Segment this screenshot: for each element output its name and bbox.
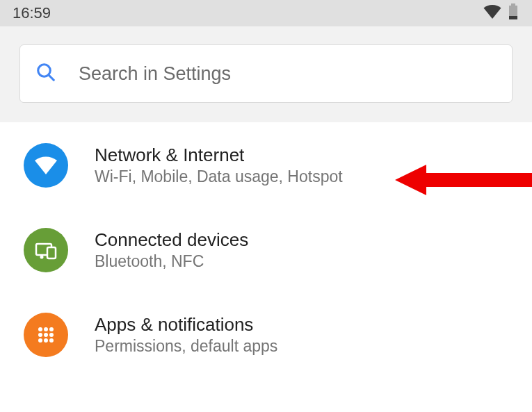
status-time: 16:59 <box>13 4 51 22</box>
settings-item-subtitle: Wi-Fi, Mobile, Data usage, Hotspot <box>95 167 511 186</box>
search-section: Search in Settings <box>0 26 532 122</box>
wifi-signal-icon <box>483 5 501 22</box>
settings-item-text: Network & Internet Wi-Fi, Mobile, Data u… <box>95 145 511 186</box>
status-icons <box>483 3 518 23</box>
settings-item-title: Connected devices <box>95 229 511 251</box>
svg-point-13 <box>49 333 54 337</box>
svg-point-10 <box>49 327 54 331</box>
svg-point-9 <box>44 327 48 331</box>
search-placeholder: Search in Settings <box>79 63 231 85</box>
battery-icon <box>508 3 518 23</box>
search-icon <box>35 62 56 85</box>
svg-point-14 <box>38 338 42 343</box>
svg-line-4 <box>49 75 54 81</box>
settings-item-network[interactable]: Network & Internet Wi-Fi, Mobile, Data u… <box>0 122 532 207</box>
settings-item-text: Connected devices Bluetooth, NFC <box>95 229 511 271</box>
devices-icon <box>24 228 68 272</box>
settings-item-apps[interactable]: Apps & notifications Permissions, defaul… <box>0 292 532 377</box>
search-box[interactable]: Search in Settings <box>19 44 513 103</box>
svg-rect-2 <box>509 16 517 19</box>
settings-item-devices[interactable]: Connected devices Bluetooth, NFC <box>0 207 532 292</box>
settings-item-subtitle: Permissions, default apps <box>95 337 511 356</box>
settings-item-title: Apps & notifications <box>95 314 511 336</box>
svg-point-12 <box>44 333 48 337</box>
wifi-icon <box>24 143 68 188</box>
svg-point-8 <box>38 327 42 331</box>
settings-list: Network & Internet Wi-Fi, Mobile, Data u… <box>0 122 532 377</box>
status-bar: 16:59 <box>0 0 532 26</box>
settings-item-subtitle: Bluetooth, NFC <box>95 252 511 271</box>
svg-rect-6 <box>47 247 56 258</box>
apps-icon <box>24 313 68 357</box>
svg-rect-0 <box>511 3 515 6</box>
svg-point-7 <box>40 256 44 259</box>
settings-item-title: Network & Internet <box>95 145 511 166</box>
svg-point-11 <box>38 333 42 337</box>
settings-item-text: Apps & notifications Permissions, defaul… <box>95 314 511 356</box>
svg-point-15 <box>44 338 48 343</box>
svg-point-16 <box>49 338 54 343</box>
